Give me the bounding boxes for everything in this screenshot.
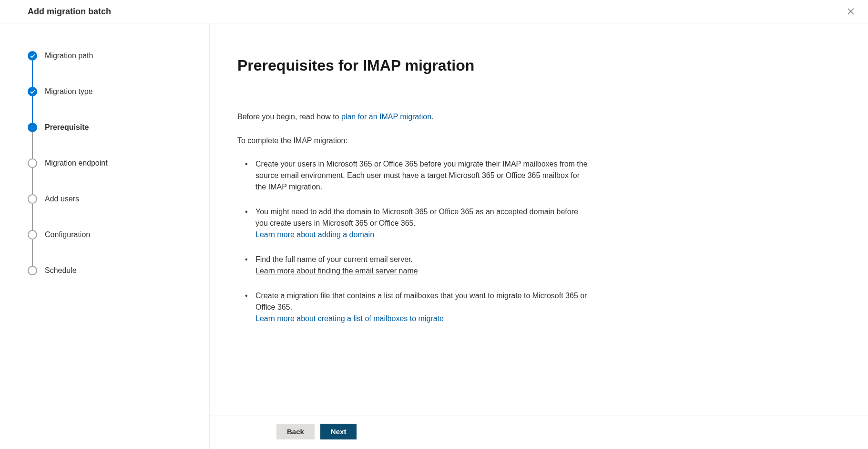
content-area: Prerequisites for IMAP migration Before … [210,23,868,449]
prerequisite-item: Create a migration file that contains a … [255,290,592,324]
learn-more-email-server-link[interactable]: Learn more about finding the email serve… [255,267,418,275]
check-icon [30,89,35,94]
close-icon [847,8,855,15]
wizard-sidebar: Migration path Migration type Prerequisi… [0,23,210,449]
bullet-text: Create your users in Microsoft 365 or Of… [255,160,588,191]
step-schedule[interactable]: Schedule [28,266,182,275]
prerequisite-item: Find the full name of your current email… [255,254,592,277]
intro-prefix: Before you begin, read how to [237,113,341,121]
learn-more-mailbox-list-link[interactable]: Learn more about creating a list of mail… [255,314,444,323]
intro-text: Before you begin, read how to plan for a… [237,113,592,121]
prerequisite-item: You might need to add the domain to Micr… [255,206,592,240]
content-title: Prerequisites for IMAP migration [237,57,592,74]
prerequisite-item: Create your users in Microsoft 365 or Of… [255,158,592,193]
step-label: Add users [45,195,79,203]
step-indicator-pending [28,266,37,275]
step-indicator-completed [28,87,37,96]
step-label: Prerequisite [45,123,89,132]
step-label: Migration path [45,52,93,60]
learn-more-adding-domain-link[interactable]: Learn more about adding a domain [255,230,374,239]
step-connector [32,132,33,158]
step-label: Migration type [45,87,93,96]
prerequisites-list: Create your users in Microsoft 365 or Of… [237,158,592,324]
step-prerequisite[interactable]: Prerequisite [28,123,182,132]
bullet-text: Create a migration file that contains a … [255,292,587,311]
step-label: Schedule [45,266,77,275]
step-connector [32,168,33,194]
dialog-footer: Back Next [210,416,868,449]
step-indicator-pending [28,158,37,168]
bullet-text: Find the full name of your current email… [255,255,413,263]
step-indicator-pending [28,194,37,204]
intro-suffix: . [431,113,433,121]
step-indicator-current [28,123,37,132]
step-connector [32,61,33,87]
step-add-users[interactable]: Add users [28,194,182,204]
step-configuration[interactable]: Configuration [28,230,182,240]
step-label: Migration endpoint [45,159,108,167]
step-indicator-completed [28,51,37,61]
step-connector [32,204,33,230]
step-label: Configuration [45,230,90,239]
dialog-body: Migration path Migration type Prerequisi… [0,23,868,449]
step-connector [32,96,33,123]
plan-imap-migration-link[interactable]: plan for an IMAP migration [341,113,431,121]
next-button[interactable]: Next [320,424,357,439]
check-icon [30,53,35,59]
bullet-text: You might need to add the domain to Micr… [255,208,578,227]
wizard-step-list: Migration path Migration type Prerequisi… [28,51,182,275]
step-migration-path[interactable]: Migration path [28,51,182,61]
dialog-header: Add migration batch [0,0,868,23]
step-migration-type[interactable]: Migration type [28,87,182,96]
content-main: Prerequisites for IMAP migration Before … [210,23,620,416]
back-button[interactable]: Back [276,424,315,439]
dialog-title: Add migration batch [28,7,111,17]
close-button[interactable] [845,6,857,17]
step-migration-endpoint[interactable]: Migration endpoint [28,158,182,168]
step-connector [32,240,33,266]
step-indicator-pending [28,230,37,240]
section-label: To complete the IMAP migration: [237,136,592,145]
